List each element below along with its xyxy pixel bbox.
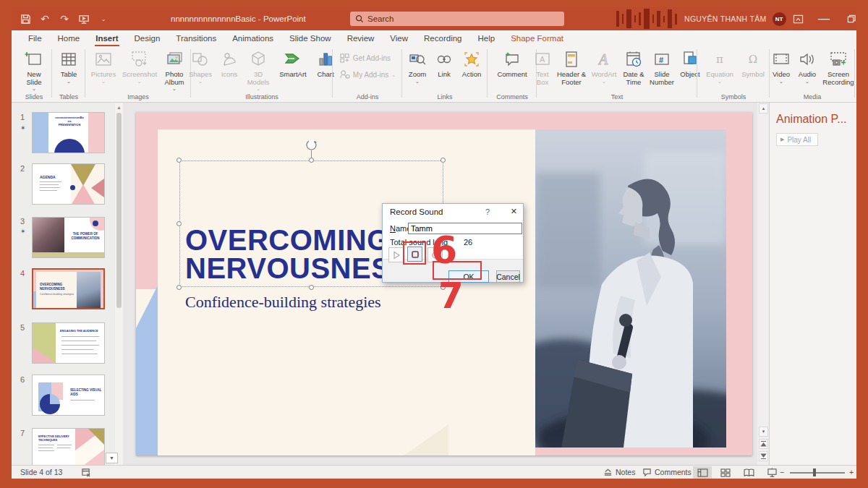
dialog-title: Record Sound [390, 207, 443, 216]
powerpoint-window: ↶ ↷ ⌄ nnnnnnnnnnnnnnBasic - PowerPoint S… [12, 7, 856, 479]
tab-help[interactable]: Help [469, 30, 503, 46]
comments-button[interactable]: Comments [642, 466, 692, 479]
search-placeholder: Search [367, 14, 393, 23]
normal-view-button[interactable] [693, 466, 712, 479]
tab-transitions[interactable]: Transitions [168, 30, 224, 46]
chevron-down-icon: ⌄ [32, 87, 36, 91]
equation-button[interactable]: π Equation⌄ [703, 48, 736, 84]
screenshot-button[interactable]: Screenshot⌄ [122, 48, 158, 84]
next-slide-button[interactable] [759, 451, 768, 461]
slide-number-button[interactable]: # Slide Number [648, 48, 676, 86]
pictures-button[interactable]: Pictures⌄ [87, 48, 120, 84]
redo-icon[interactable]: ↷ [58, 12, 71, 25]
my-add-ins-button[interactable]: My Add-ins ⌄ [339, 69, 396, 81]
text-box-button[interactable]: A Text Box [531, 48, 554, 86]
tab-recording[interactable]: Recording [416, 30, 469, 46]
link-button[interactable]: Link [433, 48, 456, 79]
save-icon[interactable] [19, 12, 32, 25]
tab-home[interactable]: Home [50, 30, 88, 46]
rotate-handle[interactable] [305, 138, 318, 152]
zoom-out-button[interactable]: − [780, 466, 784, 479]
minimize-icon[interactable]: — [813, 7, 835, 30]
resize-handle-n[interactable] [309, 158, 314, 163]
slide-thumbnail-5[interactable]: ENGAGING THE AUDIENCE [32, 322, 105, 364]
slide-thumbnail-1[interactable]: nnnnnnnnnnnnnnBa sic PRESENTATION [32, 112, 105, 153]
thumbnail-scrollbar-thumb[interactable] [116, 113, 122, 308]
scroll-down-button[interactable]: ▼ [759, 427, 768, 437]
customize-qat-icon[interactable]: ⌄ [97, 12, 110, 25]
dialog-close-icon[interactable]: ✕ [511, 207, 517, 216]
tab-file[interactable]: File [20, 30, 50, 46]
play-all-button[interactable]: ▶ Play All [776, 133, 818, 146]
tab-review[interactable]: Review [339, 30, 383, 46]
resize-handle-nw[interactable] [176, 158, 182, 163]
play-sound-button[interactable] [388, 247, 404, 262]
slide-number-icon: # [652, 49, 671, 69]
ribbon-display-options-icon[interactable] [787, 7, 809, 30]
slide-thumbnail-3[interactable]: THE POWER OF COMMUNICATION [32, 217, 105, 258]
restore-window-icon[interactable] [841, 7, 856, 30]
tab-design[interactable]: Design [127, 30, 169, 46]
new-slide-button[interactable]: New Slide⌄ [19, 48, 49, 91]
chevron-down-icon: ⌄ [415, 80, 420, 84]
get-add-ins-button[interactable]: Get Add-ins [339, 52, 396, 64]
previous-slide-button[interactable] [759, 439, 768, 449]
speaker-photo[interactable] [535, 129, 726, 448]
zoom-slider-thumb[interactable] [813, 468, 816, 476]
search-box[interactable]: Search [350, 12, 564, 26]
action-button[interactable]: Action [457, 48, 486, 79]
video-icon [772, 49, 791, 69]
comment-button[interactable]: Comment [492, 48, 532, 79]
start-slideshow-icon[interactable] [77, 12, 90, 25]
sound-name-input[interactable] [408, 223, 522, 234]
scroll-up-icon[interactable]: ▲ [115, 103, 123, 112]
slide-thumbnail-2[interactable]: AGENDA [32, 163, 105, 205]
symbol-button[interactable]: Ω Symbol [738, 48, 768, 79]
spell-check-icon[interactable] [81, 466, 91, 479]
tab-animations[interactable]: Animations [224, 30, 281, 46]
slide-thumbnail-7[interactable]: EFFECTIVE DELIVERY TECHNIQUES [32, 428, 105, 465]
resize-handle-w[interactable] [176, 221, 182, 226]
main-scrollbar[interactable] [757, 103, 769, 465]
chevron-down-icon: ⌄ [198, 80, 203, 84]
notes-button[interactable]: Notes [603, 466, 635, 479]
resize-handle-sw[interactable] [176, 285, 182, 290]
account-area[interactable]: NGUYỄN THANH TÂM NT [684, 7, 786, 30]
avatar[interactable]: NT [773, 12, 786, 26]
slide-thumbnail-6[interactable]: SELECTING VISUAL AIDS [32, 374, 105, 416]
zoom-icon [408, 49, 427, 69]
zoom-in-button[interactable]: + [849, 466, 854, 479]
tab-view[interactable]: View [382, 30, 416, 46]
shapes-button[interactable]: Shapes⌄ [185, 48, 216, 84]
slide-thumbnail-4-selected[interactable]: OVERCOMING NERVOUSNESS Confidence-buildi… [32, 268, 105, 309]
slide-title-text[interactable]: OVERCOMING NERVOUSNESS [185, 226, 411, 283]
cancel-button[interactable]: Cancel [496, 270, 520, 283]
screen-recording-button[interactable]: Screen Recording [821, 48, 856, 86]
slide-subtitle-text[interactable]: Confidence-building strategies [185, 293, 381, 312]
3d-models-button[interactable]: 3D Models⌄ [243, 48, 273, 91]
collapse-panel-button[interactable]: ▼ [106, 453, 118, 463]
slide-sorter-view-button[interactable] [716, 466, 735, 479]
pictures-icon [94, 49, 113, 69]
video-button[interactable]: Video⌄ [769, 48, 793, 84]
resize-handle-s[interactable] [309, 285, 314, 290]
wordart-button[interactable]: A WordArt⌄ [589, 48, 619, 84]
tab-insert[interactable]: Insert [88, 30, 126, 46]
table-button[interactable]: Table⌄ [54, 48, 84, 84]
zoom-slider-track[interactable] [790, 472, 845, 474]
scroll-up-button[interactable]: ▲ [759, 103, 768, 114]
tab-slide-show[interactable]: Slide Show [281, 30, 339, 46]
reading-view-button[interactable] [739, 466, 758, 479]
undo-icon[interactable]: ↶ [38, 12, 51, 25]
zoom-button[interactable]: Zoom⌄ [404, 48, 431, 84]
header-footer-button[interactable]: Header & Footer [556, 48, 587, 86]
icons-button[interactable]: Icons [217, 48, 242, 79]
smartart-button[interactable]: SmartArt [275, 48, 311, 79]
audio-button[interactable]: Audio⌄ [795, 48, 820, 84]
dialog-help-icon[interactable]: ? [485, 207, 490, 216]
resize-handle-ne[interactable] [441, 158, 446, 163]
slide-show-view-button[interactable] [762, 466, 781, 479]
tab-shape-format[interactable]: Shape Format [503, 30, 571, 46]
get-add-ins-icon [339, 52, 350, 64]
date-time-button[interactable]: Date & Time [621, 48, 647, 86]
